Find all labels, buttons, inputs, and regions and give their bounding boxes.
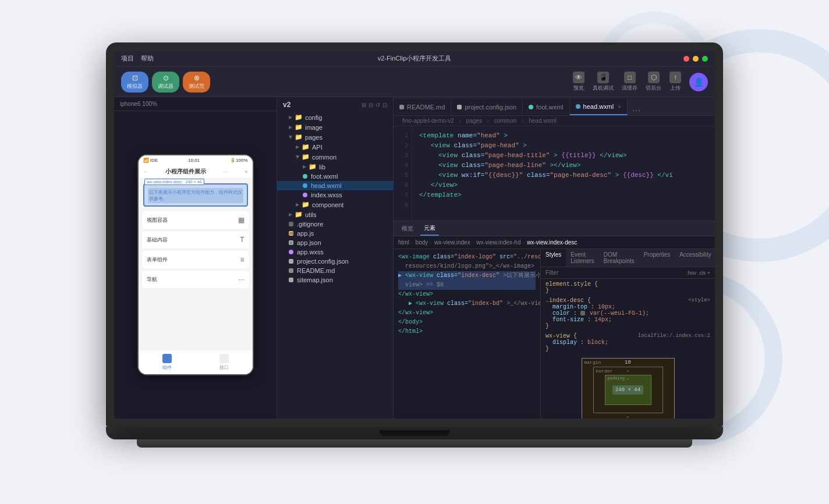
dom-chevron: ▶	[409, 300, 416, 307]
preview-btn[interactable]: 👁 预览	[573, 72, 584, 92]
file-item-api[interactable]: ▶ 📁 API	[277, 142, 393, 152]
minimize-button[interactable]	[693, 56, 699, 62]
laptop-container: 项目 帮助 v2-FinClip小程序开发工具 ⊡	[106, 42, 723, 462]
file-item-readme[interactable]: README.md	[277, 266, 393, 275]
file-item-head-wxml[interactable]: head.wxml	[277, 181, 393, 190]
template-var: {{title}}	[561, 152, 596, 159]
elem-crumb-wx-view-desc[interactable]: wx-view.index-desc	[527, 239, 577, 246]
elem-crumb-html[interactable]: html	[398, 239, 409, 246]
file-item-project-config[interactable]: project.config.json	[277, 257, 393, 266]
phone-list-form[interactable]: 表单组件 ≡	[142, 251, 249, 268]
file-item-common[interactable]: ▶ 📁 common	[277, 152, 393, 162]
file-item-config[interactable]: ▶ 📁 config	[277, 112, 393, 122]
tab-head-wxml[interactable]: head.wxml ×	[570, 99, 628, 115]
real-device-btn[interactable]: 📱 真机调试	[593, 72, 614, 92]
tab-readme[interactable]: README.md	[394, 99, 451, 115]
styles-tab[interactable]: Styles	[541, 249, 566, 267]
test-label: 测试范	[189, 83, 204, 90]
css-index-desc-block: .index-desc { <style> margin-top : 10px;	[545, 297, 710, 329]
phone-nav-more: ···	[223, 169, 228, 175]
properties-tab[interactable]: Properties	[639, 249, 675, 267]
cut-btn[interactable]: ⬡ 切后台	[646, 72, 661, 92]
file-item-utils[interactable]: ▶ 📁 utils	[277, 210, 393, 219]
phone-nav-bar: ← 小程序组件展示 ··· ×	[139, 165, 253, 179]
elem-crumb-wx-view-hd[interactable]: wx-view.index-hd	[476, 239, 520, 246]
snapshot-icon: □	[624, 72, 636, 83]
phone-list-basic-content[interactable]: 基础内容 T	[142, 231, 249, 249]
value2: "page-head-desc"	[550, 172, 611, 179]
code-content[interactable]: <template name="head" > <view class="pag…	[412, 126, 715, 221]
test-btn[interactable]: ⊕ 测试范	[183, 72, 210, 93]
code-line-6: </view>	[419, 180, 708, 190]
snapshot-btn[interactable]: □ 清缓存	[622, 72, 637, 92]
elem-crumb-body[interactable]: body	[416, 239, 428, 246]
file-item-component[interactable]: ▶ 📁 component	[277, 200, 393, 210]
folder-icon: 📁	[295, 211, 303, 218]
folder-icon: 📁	[295, 133, 303, 141]
close-button[interactable]	[683, 56, 689, 62]
file-item-image[interactable]: ▶ 📁 image	[277, 122, 393, 132]
css-prop-font-size: font-size : 14px;	[545, 317, 710, 323]
phone-list-nav[interactable]: 导航 ···	[142, 271, 249, 288]
tab-project-config[interactable]: project.config.json	[451, 99, 523, 115]
device-label: iphone6 100%	[120, 101, 157, 107]
tab-label: head.wxml	[583, 103, 614, 110]
file-name: image	[305, 124, 323, 131]
file-item-foot-wxml[interactable]: foot.wxml	[277, 172, 393, 181]
collapse-btn[interactable]: ⊡	[382, 102, 387, 108]
phone-tab-components[interactable]: 组件	[162, 354, 172, 371]
folder-icon: 📁	[295, 113, 303, 121]
file-item-lib[interactable]: ▶ 📁 lib	[277, 162, 393, 172]
dom-val2: "../resources/kind/logo.png"	[513, 254, 540, 260]
tab-close-btn[interactable]: ×	[618, 104, 621, 110]
menu-help[interactable]: 帮助	[141, 54, 154, 63]
file-item-gitignore[interactable]: . .gitignore	[277, 219, 393, 229]
css-index-desc-selector: .index-desc {	[545, 297, 591, 304]
file-item-app-wxss[interactable]: app.wxss	[277, 247, 393, 257]
user-avatar[interactable]: 👤	[689, 73, 708, 91]
dom-line-5: </wx-view>	[398, 290, 536, 299]
tabs-more-btn[interactable]: ⋯	[628, 106, 645, 115]
file-item-sitemap[interactable]: sitemap.json	[277, 275, 393, 285]
new-file-btn[interactable]: ⊞	[362, 102, 366, 108]
phone-tab-interface[interactable]: 接口	[219, 354, 229, 371]
dom-line-3[interactable]: ▶ <wx-view class="index-desc" >以下将展示小程序官…	[398, 271, 536, 281]
file-item-app-js[interactable]: JS app.js	[277, 229, 393, 238]
accessibility-tab[interactable]: Accessibility	[675, 249, 715, 267]
filter-pseudo-btns[interactable]: :hov .cls +	[686, 270, 710, 276]
css-filter-input[interactable]	[545, 269, 683, 276]
box-model-content: 240 × 44	[612, 385, 643, 395]
file-item-index-wxss[interactable]: index.wxss	[277, 190, 393, 200]
debugger-btn[interactable]: ⊙ 调试器	[152, 72, 179, 93]
file-name: app.js	[297, 230, 314, 237]
tag-end: >	[554, 152, 558, 159]
dom-inner-text: >以下将展示小程序官方组件能力，组件样式仅供参考。</wx-	[503, 272, 540, 279]
file-name: pages	[305, 134, 323, 141]
chevron-icon: ▶	[296, 144, 299, 150]
upload-btn[interactable]: ↑ 上传	[669, 72, 681, 92]
event-listeners-tab[interactable]: Event Listeners	[566, 249, 599, 267]
file-item-pages[interactable]: ▶ 📁 pages	[277, 132, 393, 142]
new-folder-btn[interactable]: ⊟	[369, 102, 373, 108]
css-source-local: localfile:/.index.css:2	[638, 333, 710, 339]
elem-crumb-wx-view-index[interactable]: wx-view.index	[434, 239, 470, 246]
border-label: border	[596, 368, 613, 374]
simulator-label: 模拟器	[127, 83, 143, 90]
menu-project[interactable]: 项目	[121, 54, 134, 63]
tab-foot-wxml[interactable]: foot.wxml	[523, 99, 569, 115]
maximize-button[interactable]	[702, 56, 708, 62]
dom-breakpoints-tab[interactable]: DOM Breakpoints	[599, 249, 639, 267]
simulator-btn[interactable]: ⊡ 模拟器	[121, 72, 148, 93]
dom-line-1: <wx-image class="index-logo" src="../res…	[398, 253, 536, 262]
css-element-selector: element.style {	[545, 281, 710, 288]
sitemap-icon	[289, 278, 293, 282]
devtool-tab-elements[interactable]: 元素	[420, 221, 439, 236]
refresh-btn[interactable]: ↺	[375, 102, 380, 108]
border-top-val: -	[626, 368, 629, 374]
file-name: config	[305, 114, 322, 121]
phone-list-view-container[interactable]: 视图容器 ▦	[142, 211, 249, 229]
file-item-app-json[interactable]: {} app.json	[277, 238, 393, 247]
phone-nav-back: ←	[143, 169, 148, 175]
dom-attr-class: class=	[437, 272, 458, 279]
devtool-tab-overview[interactable]: 概览	[398, 221, 417, 236]
